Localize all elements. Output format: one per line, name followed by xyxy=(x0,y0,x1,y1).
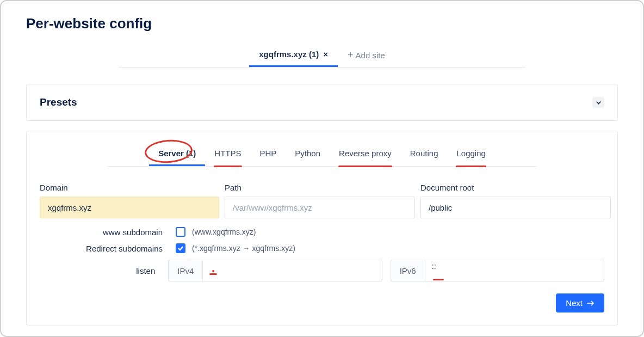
next-label: Next xyxy=(566,298,583,308)
presets-toggle[interactable] xyxy=(592,97,604,108)
redirect-subdomains-label: Redirect subdomains xyxy=(40,244,176,253)
www-subdomain-label: www subdomain xyxy=(40,228,176,237)
site-tabs: xgqfrms.xyz (1) × + Add site xyxy=(119,44,525,68)
tab-server[interactable]: Server (1) xyxy=(149,143,205,166)
tab-label: Logging xyxy=(456,149,485,158)
invalid-underline xyxy=(433,279,444,280)
config-card: Server (1) HTTPS PHP Python Reverse prox… xyxy=(26,131,618,326)
arrow-right-icon xyxy=(587,298,595,308)
tab-reverse-proxy[interactable]: Reverse proxy xyxy=(330,143,401,166)
next-button[interactable]: Next xyxy=(556,293,604,313)
presets-title: Presets xyxy=(40,96,77,108)
redirect-subdomains-checkbox[interactable] xyxy=(176,243,185,253)
ipv4-prefix: IPv4 xyxy=(168,260,202,281)
site-tab-label: xgqfrms.xyz (1) xyxy=(259,50,319,59)
invalid-icon xyxy=(209,273,217,275)
config-tabs: Server (1) HTTPS PHP Python Reverse prox… xyxy=(108,143,536,167)
docroot-label: Document root xyxy=(420,183,611,192)
close-icon[interactable]: × xyxy=(323,50,328,59)
www-subdomain-checkbox[interactable] xyxy=(176,227,185,237)
ipv6-input[interactable]: :: xyxy=(425,260,604,281)
ipv6-value: :: xyxy=(432,261,436,271)
ipv6-prefix: IPv6 xyxy=(391,260,425,281)
tab-routing[interactable]: Routing xyxy=(401,143,448,166)
presets-card: Presets xyxy=(26,84,618,121)
tab-https[interactable]: HTTPS xyxy=(205,143,250,166)
tab-label: PHP xyxy=(260,149,277,158)
listen-label: listen xyxy=(40,266,168,275)
tab-label: HTTPS xyxy=(214,149,241,158)
plus-icon: + xyxy=(348,50,354,60)
site-tab-active[interactable]: xgqfrms.xyz (1) × xyxy=(249,44,338,67)
ipv4-input[interactable] xyxy=(202,260,382,281)
tab-logging[interactable]: Logging xyxy=(447,143,494,166)
path-label: Path xyxy=(225,183,415,192)
tab-label: Reverse proxy xyxy=(339,149,392,158)
domain-label: Domain xyxy=(40,183,219,192)
add-site-button[interactable]: + Add site xyxy=(338,44,395,67)
page-title: Per-website config xyxy=(26,15,618,32)
check-icon xyxy=(177,245,184,252)
domain-input[interactable] xyxy=(40,197,219,218)
tab-python[interactable]: Python xyxy=(286,143,330,166)
chevron-down-icon xyxy=(596,100,602,106)
tab-label: Routing xyxy=(410,149,438,158)
docroot-input[interactable] xyxy=(420,197,611,218)
tab-php[interactable]: PHP xyxy=(251,143,286,166)
redirect-subdomains-desc: (*.xgqfrms.xyz → xgqfrms.xyz) xyxy=(192,244,295,253)
path-input[interactable] xyxy=(225,197,415,218)
www-subdomain-desc: (www.xgqfrms.xyz) xyxy=(192,228,256,236)
tab-label: Python xyxy=(295,149,320,158)
tab-label: Server (1) xyxy=(158,149,196,158)
add-site-label: Add site xyxy=(356,51,385,60)
